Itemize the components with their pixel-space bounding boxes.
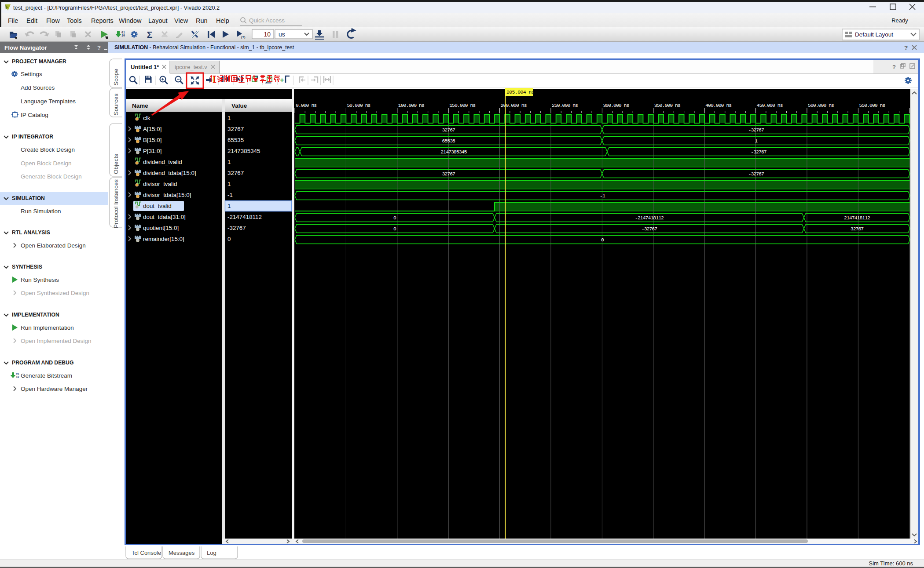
svg-text:divisor_tdata[15:0]: divisor_tdata[15:0] [143, 192, 191, 198]
svg-text:test_project - [D:/ProgramFile: test_project - [D:/ProgramFiles/FPGA/tes… [13, 4, 220, 11]
svg-text:Add Sources: Add Sources [21, 84, 55, 91]
svg-text:Run Simulation: Run Simulation [21, 208, 61, 215]
svg-text:-1: -1 [600, 193, 605, 199]
svg-text:Flow: Flow [46, 17, 60, 24]
svg-text:500.000 ns: 500.000 ns [808, 102, 834, 108]
svg-text:1: 1 [227, 115, 231, 121]
svg-text:1: 1 [227, 203, 231, 209]
svg-text:Flow Navigator: Flow Navigator [4, 44, 48, 51]
svg-text:View: View [174, 17, 188, 24]
svg-text:-2147418112: -2147418112 [227, 214, 262, 220]
svg-text:32767: 32767 [227, 170, 244, 176]
svg-text:divisor_tvalid: divisor_tvalid [143, 181, 177, 187]
svg-text:SIMULATION: SIMULATION [12, 195, 45, 201]
svg-text:Sources: Sources [113, 93, 119, 115]
svg-text:Tools: Tools [67, 17, 82, 24]
svg-text:Objects: Objects [113, 154, 119, 174]
svg-text:Messages: Messages [169, 550, 195, 556]
svg-text:Sim Time: 600 ns: Sim Time: 600 ns [869, 560, 913, 567]
svg-text:50.000 ns: 50.000 ns [347, 102, 370, 108]
svg-text:IP INTEGRATOR: IP INTEGRATOR [12, 134, 53, 140]
svg-text:01: 01 [121, 31, 125, 34]
svg-text:dout_tdata[31:0]: dout_tdata[31:0] [143, 214, 186, 220]
svg-text:150.000 ns: 150.000 ns [449, 102, 475, 108]
svg-text:A[15:0]: A[15:0] [143, 126, 161, 132]
svg-text:Edit: Edit [26, 17, 37, 24]
svg-text:65535: 65535 [442, 138, 455, 144]
svg-text:?: ? [892, 64, 896, 70]
svg-text:Reports: Reports [91, 17, 114, 24]
svg-text:Tcl Console: Tcl Console [132, 550, 161, 556]
svg-text:32767: 32767 [851, 226, 864, 232]
svg-text:-32767: -32767 [748, 127, 764, 133]
svg-text:Run Implementation: Run Implementation [21, 324, 74, 331]
svg-text:-32767: -32767 [227, 225, 246, 231]
svg-text:Open Hardware Manager: Open Hardware Manager [21, 386, 88, 392]
svg-text:450.000 ns: 450.000 ns [757, 102, 783, 108]
svg-text:Generate Block Design: Generate Block Design [21, 173, 82, 180]
svg-text:10: 10 [16, 375, 19, 379]
svg-text:10: 10 [121, 34, 125, 37]
svg-text:B[15:0]: B[15:0] [143, 137, 161, 143]
svg-text:Default Layout: Default Layout [855, 31, 893, 38]
svg-text:-1: -1 [227, 192, 233, 198]
svg-text:PROGRAM AND DEBUG: PROGRAM AND DEBUG [12, 360, 73, 366]
svg-text:0: 0 [227, 236, 231, 242]
svg-text:Quick Access: Quick Access [249, 17, 285, 24]
svg-text:quotient[15:0]: quotient[15:0] [143, 225, 179, 231]
svg-text:Σ: Σ [147, 29, 153, 40]
svg-text:-32767: -32767 [751, 149, 766, 155]
svg-text:(T): (T) [241, 35, 246, 39]
svg-text:-2147418112: -2147418112 [635, 215, 664, 221]
svg-text:Layout: Layout [148, 17, 168, 24]
svg-text:dividend_tvalid: dividend_tvalid [143, 159, 182, 165]
svg-text:IMPLEMENTATION: IMPLEMENTATION [12, 312, 59, 318]
svg-text:SYNTHESIS: SYNTHESIS [12, 264, 42, 270]
svg-text:Scope: Scope [113, 69, 119, 85]
svg-text:IP Catalog: IP Catalog [21, 112, 48, 118]
svg-text:Generate Bitstream: Generate Bitstream [21, 372, 72, 379]
svg-text:Create Block Design: Create Block Design [21, 146, 75, 153]
svg-text:dout_tvalid: dout_tvalid [143, 203, 172, 209]
svg-text:550.000 ns: 550.000 ns [859, 102, 885, 108]
svg-text:0.000 ns: 0.000 ns [296, 102, 316, 108]
svg-text:Name: Name [132, 102, 148, 109]
svg-text:RTL ANALYSIS: RTL ANALYSIS [12, 229, 50, 236]
svg-text:65535: 65535 [227, 137, 244, 143]
svg-text:Protocol Instances: Protocol Instances [113, 179, 119, 228]
svg-text:ipcore_test.v: ipcore_test.v [175, 64, 207, 70]
svg-text:32767: 32767 [442, 171, 455, 177]
svg-text:2147385345: 2147385345 [440, 149, 467, 155]
svg-text:2147418112: 2147418112 [844, 215, 870, 221]
svg-text:?: ? [97, 44, 101, 51]
svg-text:clk: clk [143, 115, 150, 121]
svg-text:32767: 32767 [227, 126, 244, 132]
svg-text:Open Block Design: Open Block Design [21, 160, 72, 167]
svg-text:-32767: -32767 [748, 171, 764, 177]
svg-text:SIMULATION - Behavioral Simula: SIMULATION - Behavioral Simulation - Fun… [114, 44, 294, 51]
svg-text:2147385345: 2147385345 [227, 148, 260, 154]
svg-text:Open Elaborated Design: Open Elaborated Design [21, 242, 86, 249]
svg-text:Open Synthesized Design: Open Synthesized Design [21, 290, 89, 296]
svg-text:Ready: Ready [891, 17, 908, 24]
svg-text:File: File [8, 17, 18, 24]
svg-text:32767: 32767 [442, 127, 455, 133]
svg-text:Settings: Settings [21, 71, 42, 77]
svg-text:Log: Log [207, 550, 216, 556]
svg-text:250.000 ns: 250.000 ns [552, 102, 578, 108]
svg-text:PROJECT MANAGER: PROJECT MANAGER [12, 58, 66, 65]
svg-text:Run: Run [196, 17, 208, 24]
svg-text:350.000 ns: 350.000 ns [654, 102, 680, 108]
svg-text:Untitled 1*: Untitled 1* [131, 64, 159, 70]
svg-text:remainder[15:0]: remainder[15:0] [143, 236, 184, 242]
svg-text:300.000 ns: 300.000 ns [603, 102, 629, 108]
svg-text:10: 10 [264, 31, 271, 38]
svg-text:?: ? [904, 44, 908, 51]
svg-text:400.000 ns: 400.000 ns [705, 102, 731, 108]
svg-text:200.000 ns: 200.000 ns [501, 102, 527, 108]
svg-text:Open Implemented Design: Open Implemented Design [21, 338, 92, 344]
svg-text:Help: Help [216, 17, 229, 24]
svg-text:Run Synthesis: Run Synthesis [21, 277, 59, 283]
svg-text:01: 01 [16, 372, 19, 375]
svg-text:1: 1 [227, 181, 231, 187]
